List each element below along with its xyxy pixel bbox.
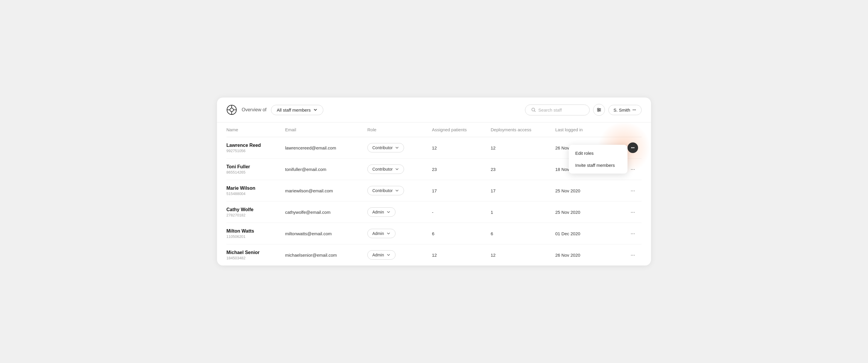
- col-name: Name: [226, 127, 285, 132]
- staff-email: cathywolfe@email.com: [285, 210, 367, 215]
- more-options-button[interactable]: ···: [627, 228, 638, 239]
- search-placeholder: Search staff: [538, 108, 562, 113]
- staff-id: 865514265: [226, 170, 285, 175]
- staff-name: Lawrence Reed: [226, 143, 285, 148]
- col-deployments: Deployments access: [491, 127, 555, 132]
- chevron-down-icon: [386, 210, 391, 214]
- actions-cell: ···: [627, 185, 642, 196]
- search-icon: [531, 108, 536, 112]
- edit-roles-menu-item[interactable]: Edit roles: [569, 147, 627, 159]
- staff-name-cell: Marie Wilson 515488004: [226, 186, 285, 196]
- role-label: Admin: [372, 231, 384, 236]
- chevron-down-icon: [395, 188, 399, 193]
- invite-staff-menu-item[interactable]: Invite staff members: [569, 159, 627, 171]
- table-row: Marie Wilson 515488004 mariewilson@email…: [226, 180, 642, 202]
- more-options-button[interactable]: ···: [627, 250, 638, 260]
- sliders-icon: [596, 107, 602, 113]
- assigned-count: -: [432, 210, 491, 215]
- search-box[interactable]: Search staff: [525, 104, 590, 115]
- svg-point-16: [635, 110, 636, 111]
- staff-email: mariewilson@email.com: [285, 188, 367, 193]
- table-row: Milton Watts 110506201 miltonwatts@email…: [226, 223, 642, 244]
- role-label: Admin: [372, 210, 384, 214]
- more-options-button[interactable]: [627, 143, 638, 153]
- staff-email: lawrencereed@email.com: [285, 145, 367, 150]
- role-dropdown[interactable]: Contributor: [367, 143, 404, 152]
- svg-point-12: [599, 109, 600, 111]
- role-label: Contributor: [372, 145, 393, 150]
- chevron-down-icon: [395, 146, 399, 150]
- role-dropdown[interactable]: Contributor: [367, 186, 404, 195]
- user-badge[interactable]: S. Smith: [609, 105, 642, 115]
- filter-settings-button[interactable]: [593, 104, 605, 116]
- chevron-down-icon: [313, 108, 318, 112]
- svg-point-18: [632, 147, 633, 148]
- role-dropdown[interactable]: Admin: [367, 250, 396, 260]
- assigned-count: 6: [432, 231, 491, 236]
- assigned-count: 23: [432, 167, 491, 172]
- staff-id: 992751056: [226, 149, 285, 153]
- staff-email: tonifuller@email.com: [285, 167, 367, 172]
- deployment-count: 17: [491, 188, 555, 193]
- staff-name: Toni Fuller: [226, 164, 285, 170]
- chevron-down-icon: [395, 167, 399, 171]
- svg-point-13: [598, 111, 599, 112]
- user-name-label: S. Smith: [613, 108, 630, 113]
- role-cell: Contributor: [367, 186, 432, 195]
- role-dropdown[interactable]: Contributor: [367, 164, 404, 174]
- col-assigned: Assigned patients: [432, 127, 491, 132]
- staff-name-cell: Toni Fuller 865514265: [226, 164, 285, 175]
- role-label: Contributor: [372, 167, 393, 172]
- more-options-button[interactable]: ···: [627, 207, 638, 217]
- col-actions: [627, 127, 642, 132]
- role-cell: Contributor: [367, 164, 432, 174]
- last-logged: 25 Nov 2020: [555, 188, 627, 193]
- deployment-count: 6: [491, 231, 555, 236]
- table-header-row: Name Email Role Assigned patients Deploy…: [226, 122, 642, 137]
- staff-id: 278270182: [226, 213, 285, 217]
- more-options-button[interactable]: ···: [627, 185, 638, 196]
- table-row: Michael Senior 184503482 michaelsenior@e…: [226, 244, 642, 266]
- more-options-button[interactable]: ···: [627, 164, 638, 175]
- actions-cell: Edit roles Invite staff members: [627, 143, 642, 153]
- staff-email: miltonwatts@email.com: [285, 231, 367, 236]
- staff-name-cell: Cathy Wolfe 278270182: [226, 207, 285, 217]
- svg-point-17: [631, 147, 632, 148]
- staff-name: Milton Watts: [226, 229, 285, 234]
- staff-name: Cathy Wolfe: [226, 207, 285, 212]
- role-cell: Admin: [367, 250, 432, 260]
- role-cell: Admin: [367, 207, 432, 217]
- svg-point-1: [230, 108, 234, 112]
- chevron-down-icon: [386, 232, 391, 236]
- deployment-count: 23: [491, 167, 555, 172]
- staff-id: 184503482: [226, 256, 285, 260]
- staff-name-cell: Milton Watts 110506201: [226, 229, 285, 239]
- deployment-count: 12: [491, 252, 555, 258]
- staff-id: 515488004: [226, 191, 285, 196]
- deployment-count: 1: [491, 210, 555, 215]
- svg-point-11: [597, 108, 599, 109]
- context-menu: Edit roles Invite staff members: [569, 145, 627, 174]
- last-logged: 26 Nov 2020: [555, 252, 627, 258]
- staff-email: michaelsenior@email.com: [285, 252, 367, 258]
- actions-cell: ···: [627, 164, 642, 175]
- role-dropdown[interactable]: Admin: [367, 207, 396, 217]
- table-row: Lawrence Reed 992751056 lawrencereed@ema…: [226, 137, 642, 159]
- svg-point-14: [633, 110, 634, 111]
- staff-name-cell: Michael Senior 184503482: [226, 250, 285, 260]
- role-dropdown[interactable]: Admin: [367, 229, 396, 238]
- role-cell: Contributor: [367, 143, 432, 152]
- more-dots-icon: [630, 145, 636, 150]
- role-cell: Admin: [367, 229, 432, 238]
- all-staff-dropdown[interactable]: All staff members: [271, 105, 323, 115]
- table-row: Cathy Wolfe 278270182 cathywolfe@email.c…: [226, 202, 642, 223]
- col-email: Email: [285, 127, 367, 132]
- role-label: Admin: [372, 252, 384, 257]
- staff-name: Michael Senior: [226, 250, 285, 255]
- header: Overview of All staff members Search sta…: [217, 97, 651, 122]
- header-right: Search staff S. Smith: [525, 104, 642, 116]
- chevron-down-icon: [386, 253, 391, 257]
- actions-cell: ···: [627, 207, 642, 217]
- staff-overview-card: Overview of All staff members Search sta…: [217, 97, 651, 266]
- svg-point-19: [633, 147, 634, 148]
